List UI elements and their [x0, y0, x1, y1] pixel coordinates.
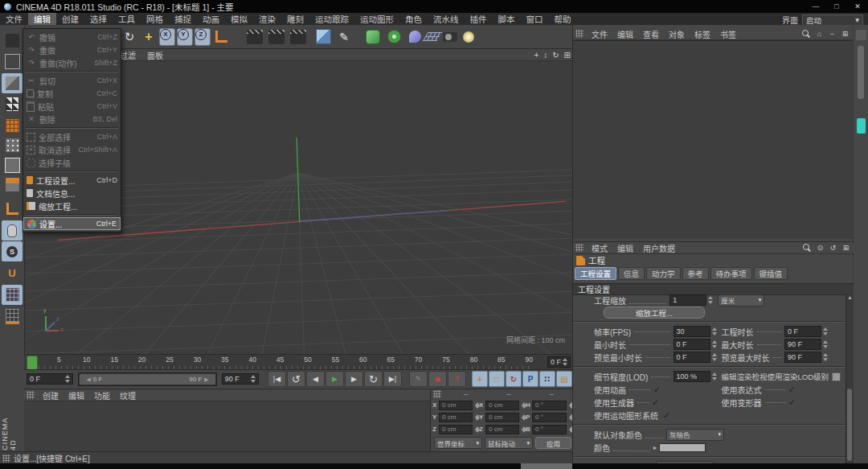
- project-time-field[interactable]: 0 F: [784, 326, 821, 337]
- spinner[interactable]: [711, 339, 717, 349]
- maximize-button[interactable]: □: [826, 0, 847, 13]
- render-lod-checkbox[interactable]: [832, 372, 841, 381]
- material-menu-item[interactable]: 纹理: [115, 389, 141, 401]
- toggle-views-icon[interactable]: ⊞: [564, 51, 571, 60]
- points-mode-icon[interactable]: [2, 135, 23, 155]
- edit-menu-item[interactable]: 选择子级: [23, 156, 121, 169]
- keyframe-rotation-toggle[interactable]: ↻: [506, 371, 522, 387]
- use-deformers-checkbox[interactable]: [788, 397, 796, 408]
- material-menu-item[interactable]: 创建: [38, 389, 63, 401]
- goto-start-icon[interactable]: |◀: [268, 371, 286, 387]
- menubar-item[interactable]: 模拟: [225, 13, 253, 25]
- size-y-field[interactable]: 0 cm: [485, 413, 519, 422]
- rotation-header[interactable]: --: [530, 390, 573, 398]
- pan-view-icon[interactable]: +: [534, 51, 538, 60]
- preview-min-field[interactable]: 0 F: [674, 352, 710, 363]
- render-picture-viewer-icon[interactable]: [268, 28, 285, 46]
- size-x-field[interactable]: 0 cm: [485, 401, 519, 410]
- next-key-icon[interactable]: ↻: [364, 371, 383, 387]
- edit-menu-item[interactable]: 撤销Ctrl+Z: [23, 31, 121, 43]
- play-icon[interactable]: ▶: [326, 371, 344, 387]
- menubar-item[interactable]: 选择: [84, 13, 113, 25]
- project-scale-field[interactable]: 1: [669, 294, 706, 306]
- layout-tab-indicator[interactable]: [857, 118, 866, 134]
- viewport-menu-item[interactable]: 过滤: [120, 49, 136, 61]
- size-z-field[interactable]: 0 cm: [485, 425, 519, 434]
- drag-handle-icon[interactable]: [433, 390, 441, 398]
- record-disabled-icon[interactable]: ✎: [409, 371, 428, 387]
- preview-max-field[interactable]: 90 F: [784, 352, 821, 363]
- rot-p-field[interactable]: 0 °: [532, 413, 567, 422]
- lod-field[interactable]: 100 %: [674, 371, 710, 382]
- search-icon[interactable]: [803, 244, 812, 253]
- viewport-solo-icon[interactable]: [2, 220, 23, 241]
- drag-handle-icon[interactable]: [2, 455, 10, 463]
- model-mode-icon[interactable]: [2, 73, 23, 93]
- size-header[interactable]: --: [487, 390, 530, 398]
- material-menu-item[interactable]: 编辑: [63, 389, 89, 401]
- use-expressions-checkbox[interactable]: [788, 385, 796, 395]
- render-settings-icon[interactable]: [289, 28, 307, 46]
- min-time-field[interactable]: 0 F: [674, 339, 710, 350]
- menubar-item[interactable]: 工具: [113, 13, 141, 25]
- color-swatch[interactable]: [659, 443, 706, 452]
- menubar-item[interactable]: 插件: [465, 13, 493, 25]
- edit-menu-item[interactable]: 全部选择Ctrl+A: [23, 130, 121, 143]
- timeline-playhead[interactable]: [27, 356, 38, 370]
- minimize-icon[interactable]: −: [828, 30, 837, 39]
- spinner[interactable]: [711, 327, 717, 336]
- polygons-mode-icon[interactable]: [2, 175, 23, 195]
- keyframe-pla-toggle[interactable]: ∷: [539, 371, 555, 387]
- panel-tab-icon[interactable]: [856, 30, 866, 40]
- apply-button[interactable]: 应用: [535, 437, 571, 449]
- spinner[interactable]: [64, 374, 70, 384]
- range-bar[interactable]: ◀0 F 90 F▶: [80, 374, 215, 385]
- edit-menu-item[interactable]: 文档信息...: [23, 187, 121, 200]
- tab-键插值[interactable]: 键插值: [754, 267, 788, 280]
- keyframe-position-toggle[interactable]: +: [472, 371, 488, 387]
- spinner[interactable]: [474, 401, 479, 409]
- edit-menu-item[interactable]: 复制Ctrl+C: [23, 87, 121, 100]
- menubar-item[interactable]: 创建: [56, 13, 84, 25]
- menubar-item[interactable]: 流水线: [428, 13, 465, 25]
- history-icon[interactable]: ↺: [829, 244, 837, 253]
- scroll-up-icon[interactable]: ▲: [847, 294, 853, 300]
- rotate-view-icon[interactable]: ↻: [552, 51, 559, 60]
- light-icon[interactable]: [460, 28, 477, 46]
- edit-menu-item[interactable]: 缩放工程...: [23, 200, 121, 212]
- prev-frame-icon[interactable]: ◀: [306, 371, 325, 387]
- lock-y-button[interactable]: Y: [177, 28, 193, 46]
- spline-pen-icon[interactable]: ✎: [335, 28, 353, 46]
- material-menu-item[interactable]: 功能: [89, 389, 115, 401]
- zoom-view-icon[interactable]: ↕: [543, 51, 547, 60]
- scrollbar-thumb[interactable]: [858, 46, 864, 99]
- next-frame-icon[interactable]: ▶: [345, 371, 363, 387]
- attribute-menu-item[interactable]: 模式: [587, 242, 612, 254]
- pos-y-field[interactable]: 0 cm: [439, 413, 473, 422]
- rot-b-field[interactable]: 0 °: [532, 425, 567, 434]
- menubar-item[interactable]: 帮助: [549, 13, 577, 25]
- attribute-menu-item[interactable]: 用户数据: [638, 242, 680, 254]
- object-manager-menu-item[interactable]: 书签: [715, 28, 741, 40]
- object-manager-menu-item[interactable]: 标签: [690, 28, 715, 40]
- attribute-scrollbar[interactable]: ▲: [845, 294, 854, 464]
- convert-object-icon[interactable]: [2, 31, 23, 51]
- layout-dropdown[interactable]: 启动 ▾: [802, 14, 863, 26]
- spinner[interactable]: [711, 352, 717, 362]
- object-tree-empty[interactable]: [573, 40, 853, 239]
- edit-menu-item[interactable]: 重做(动作)Shift+Z: [23, 56, 121, 69]
- menubar-item[interactable]: 文件: [0, 13, 28, 25]
- enable-axis-icon[interactable]: [2, 199, 23, 219]
- use-mograph-checkbox[interactable]: [663, 410, 670, 421]
- autokey-icon[interactable]: ?: [448, 371, 466, 387]
- edit-menu-item[interactable]: 剪切Ctrl+X: [23, 74, 121, 87]
- object-manager-menu-item[interactable]: 文件: [587, 28, 612, 40]
- object-manager-menu-item[interactable]: 查看: [638, 28, 664, 40]
- spinner[interactable]: [707, 295, 713, 305]
- frame-rate-field[interactable]: 30: [674, 326, 710, 337]
- menubar-item[interactable]: 网格: [141, 13, 169, 25]
- keyframe-scale-toggle[interactable]: □: [489, 371, 505, 387]
- spinner[interactable]: [822, 327, 828, 336]
- spinner[interactable]: [521, 401, 526, 409]
- menubar-item[interactable]: 编辑: [28, 13, 56, 25]
